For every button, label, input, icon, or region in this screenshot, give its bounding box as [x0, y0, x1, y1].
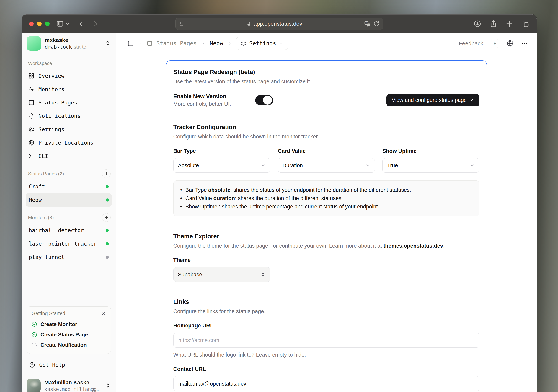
themes-link[interactable]: themes.openstatus.dev [383, 243, 443, 249]
user-menu[interactable]: Maximilian Kaske kaske.maximilian@gmail… [22, 375, 116, 392]
list-item-label: play tunnel [29, 254, 64, 260]
workspace-plan-badge: starter [74, 44, 88, 50]
arrow-up-right-icon [470, 98, 474, 103]
check-circle-icon [32, 322, 37, 327]
bell-icon [28, 113, 34, 119]
dashed-circle-icon [32, 342, 37, 348]
user-avatar [26, 379, 41, 392]
list-item-label: Meow [29, 197, 42, 203]
workspace-avatar [26, 36, 41, 51]
status-page-settings-card: Status Page Redesign (beta) Use the late… [166, 60, 487, 392]
translate-icon[interactable]: Ax [364, 21, 371, 27]
sidebar-chevron-icon[interactable] [66, 22, 70, 26]
share-icon[interactable] [489, 20, 497, 28]
chevrons-up-down-icon [261, 272, 266, 277]
new-tab-icon[interactable] [506, 20, 513, 28]
getting-started-item-create-status-page[interactable]: Create Status Page [32, 330, 106, 340]
breadcrumb-settings-dropdown[interactable]: Settings [236, 37, 288, 50]
bar-type-select[interactable]: Absolute [173, 158, 270, 173]
sidebar-item-overview[interactable]: Overview [26, 69, 112, 83]
field-label: Show Uptime [382, 148, 479, 154]
sidebar-item-settings[interactable]: Settings [26, 123, 112, 136]
sidebar-item-monitors[interactable]: Monitors [26, 83, 112, 96]
getting-started-item-create-monitor[interactable]: Create Monitor [32, 319, 106, 330]
field-label: Theme [173, 257, 480, 263]
breadcrumb: Status Pages Meow Settings [128, 37, 288, 50]
add-monitor-button[interactable] [102, 213, 111, 222]
select-value: Supabase [178, 271, 202, 278]
status-page-item-meow[interactable]: Meow [26, 193, 112, 207]
getting-started-card: Getting Started Create Monitor Create St… [26, 306, 111, 354]
gear-icon [28, 126, 34, 132]
sidebar-item-private-locations[interactable]: Private Locations [26, 136, 112, 149]
status-page-item-craft[interactable]: Craft [26, 180, 112, 193]
theme-select[interactable]: Supabase [173, 267, 270, 282]
back-button[interactable] [78, 21, 85, 27]
breadcrumb-meow[interactable]: Meow [210, 40, 223, 47]
links-section: Links Configure the links for the status… [166, 290, 487, 392]
sidebar-item-label: CLI [38, 153, 48, 159]
add-status-page-button[interactable] [102, 169, 111, 178]
getting-started-label: Create Status Page [41, 332, 88, 338]
monitor-item-hairball-detector[interactable]: hairball detector [26, 224, 112, 237]
redesign-section: Status Page Redesign (beta) Use the late… [166, 61, 487, 116]
globe-icon[interactable] [506, 40, 514, 47]
view-configure-button[interactable]: View and configure status page [386, 94, 479, 106]
sidebar-item-status-pages[interactable]: Status Pages [26, 96, 112, 109]
monitors-section-label: Monitors (3) [28, 215, 54, 220]
sidebar-item-label: Notifications [38, 113, 80, 119]
monitor-item-play-tunnel[interactable]: play tunnel [26, 250, 112, 264]
workspace-section-label: Workspace [28, 61, 110, 66]
traffic-lights [29, 22, 50, 26]
tab-overview-icon[interactable] [522, 20, 529, 28]
terminal-icon [28, 153, 34, 159]
card-value-select[interactable]: Duration [278, 158, 375, 173]
gear-icon [241, 41, 246, 46]
field-label: Contact URL [173, 366, 480, 372]
workspace-switcher[interactable]: mxkaske drab-lock starter [22, 33, 116, 54]
homepage-url-input[interactable] [173, 333, 480, 348]
section-title: Links [173, 298, 480, 305]
section-title: Status Page Redesign (beta) [173, 69, 480, 76]
zoom-window-button[interactable] [45, 22, 50, 26]
panel-top-icon [28, 100, 34, 106]
chevron-right-icon [201, 41, 206, 46]
show-uptime-select[interactable]: True [382, 158, 479, 173]
downloads-icon[interactable] [473, 20, 481, 28]
status-dot [106, 185, 109, 188]
close-window-button[interactable] [29, 22, 34, 26]
getting-started-label: Create Monitor [41, 321, 77, 327]
view-configure-label: View and configure status page [392, 97, 467, 103]
breadcrumb-settings-label: Settings [249, 40, 276, 47]
breadcrumb-status-pages[interactable]: Status Pages [157, 40, 197, 47]
page-settings-icon[interactable] [179, 21, 184, 26]
theme-explorer-section: Theme Explorer Configure the theme for t… [166, 225, 487, 290]
contact-url-input[interactable] [173, 376, 480, 391]
browser-toolbar: app.openstatus.dev Ax [22, 15, 537, 33]
getting-started-title: Getting Started [32, 311, 65, 316]
panel-left-icon[interactable] [128, 40, 134, 47]
chevron-down-icon [470, 163, 475, 168]
sidebar-item-cli[interactable]: CLI [26, 149, 112, 163]
address-bar[interactable]: app.openstatus.dev Ax [175, 18, 383, 30]
get-help-label: Get Help [39, 362, 65, 368]
feedback-button[interactable]: Feedback [459, 40, 483, 47]
list-item-label: Craft [29, 183, 45, 190]
getting-started-item-create-notification[interactable]: Create Notification [32, 340, 106, 350]
select-value: Absolute [178, 162, 199, 168]
monitor-item-laser-pointer-tracker[interactable]: laser pointer tracker [26, 237, 112, 250]
field-label: Card Value [278, 148, 375, 154]
sidebar-item-label: Settings [38, 126, 64, 132]
close-icon[interactable] [101, 311, 106, 316]
sidebar-item-notifications[interactable]: Notifications [26, 109, 112, 123]
get-help-button[interactable]: Get Help [26, 358, 111, 372]
enable-new-version-toggle[interactable] [255, 95, 273, 105]
safari-sidebar-icon[interactable] [56, 20, 64, 27]
minimize-window-button[interactable] [37, 22, 42, 26]
ellipsis-icon[interactable] [521, 40, 528, 47]
reload-icon[interactable] [374, 21, 379, 27]
forward-button[interactable] [92, 21, 99, 27]
user-email: kaske.maximilian@gmail… [44, 386, 100, 392]
section-title: Tracker Configuration [173, 124, 480, 131]
sidebar-item-label: Private Locations [38, 139, 94, 146]
